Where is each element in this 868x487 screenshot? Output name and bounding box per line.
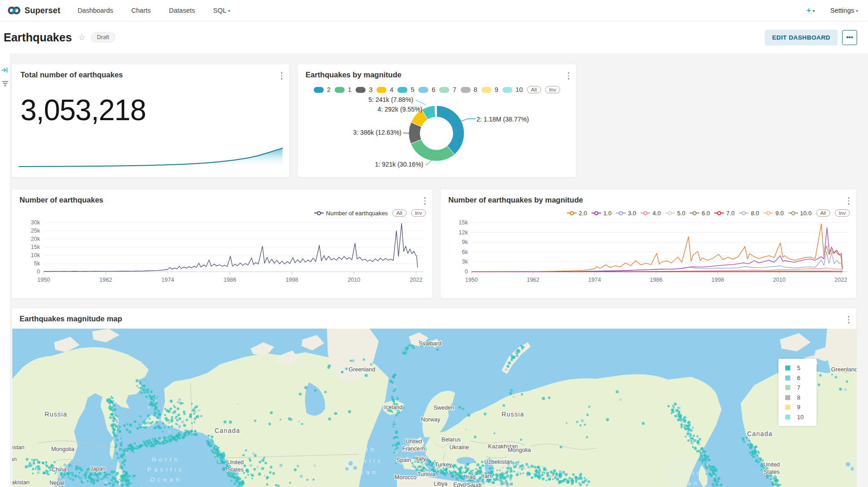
- map-label-nepal: Nepal: [50, 480, 65, 486]
- nav-menu: DashboardsChartsDatasetsSQL▾: [78, 7, 231, 14]
- map-label-canada: Canada: [215, 427, 240, 434]
- map-legend: 5678910: [778, 359, 817, 426]
- filter-bar-collapsed: [0, 53, 10, 487]
- donut-label-magnitude-1: 1: 921k (30.16%): [375, 161, 423, 168]
- map-legend-label: 5: [797, 365, 800, 371]
- line-chart[interactable]: 03k6k9k12k15k195019621974198619982010202…: [446, 213, 853, 290]
- map-label-mongolia: Mongolia: [508, 447, 531, 453]
- map-label-sweden: Sweden: [433, 405, 454, 411]
- map-label-greenland: Greenland: [349, 366, 375, 373]
- svg-text:1974: 1974: [588, 277, 601, 283]
- svg-text:2010: 2010: [773, 277, 786, 283]
- chevron-down-icon: ▾: [813, 9, 815, 13]
- svg-text:12k: 12k: [459, 229, 468, 236]
- map-label-iceland: Iceland: [384, 404, 402, 411]
- map-label-morocco: Morocco: [395, 474, 416, 481]
- dashboard-header: Earthquakes ☆ Draft EDIT DASHBOARD •••: [0, 21, 868, 53]
- settings-menu[interactable]: Settings▾: [830, 7, 858, 14]
- donut-chart[interactable]: [298, 64, 577, 178]
- chart-title: Number of earthquakes by magnitude: [448, 196, 583, 204]
- svg-text:10k: 10k: [31, 252, 40, 259]
- map-label-mongolia: Mongolia: [51, 446, 75, 452]
- map-label-spain: Spain: [396, 457, 411, 463]
- map-label-japan: Japan: [90, 466, 105, 472]
- map-label-kazakhstan: Kazakhstan: [12, 444, 25, 451]
- svg-text:9k: 9k: [462, 239, 468, 245]
- map-label-ukraine: Ukraine: [449, 444, 469, 451]
- map-legend-item-10: 10: [785, 412, 817, 422]
- svg-text:1962: 1962: [100, 277, 112, 283]
- expand-filter-bar-icon[interactable]: [1, 67, 9, 73]
- svg-text:2010: 2010: [348, 277, 361, 283]
- world-map[interactable]: RussiaRussiaMongoliaChinaJapanNepalPakis…: [12, 329, 857, 487]
- big-number-value: 3,053,218: [20, 93, 146, 127]
- map-legend-swatch: [785, 415, 790, 420]
- add-new-button[interactable]: +▾: [807, 6, 815, 15]
- svg-text:0: 0: [465, 269, 468, 275]
- trendline-sparkline: [19, 145, 283, 170]
- map-label-france: France: [402, 446, 420, 452]
- map-label-russia: Russia: [45, 411, 67, 418]
- nav-item-sql[interactable]: SQL▾: [213, 7, 231, 14]
- svg-text:2022: 2022: [834, 277, 847, 283]
- favorite-star-icon[interactable]: ☆: [78, 32, 85, 42]
- map-label-russia: Russia: [502, 411, 524, 418]
- chart-title: Earthquakes magnitude map: [20, 315, 122, 323]
- map-legend-label: 8: [797, 394, 800, 401]
- svg-text:30k: 30k: [31, 219, 40, 226]
- svg-text:1974: 1974: [161, 277, 174, 283]
- svg-text:1998: 1998: [286, 277, 298, 283]
- svg-text:0: 0: [37, 269, 40, 275]
- nav-item-datasets[interactable]: Datasets: [169, 7, 195, 14]
- more-actions-button[interactable]: •••: [842, 30, 857, 45]
- world-map-canvas[interactable]: RussiaRussiaMongoliaChinaJapanNepalPakis…: [12, 329, 857, 487]
- svg-text:3k: 3k: [462, 259, 468, 265]
- edit-dashboard-button[interactable]: EDIT DASHBOARD: [765, 30, 838, 46]
- line-chart[interactable]: 05k10k15k20k25k30k1950196219741986199820…: [17, 213, 429, 290]
- map-legend-item-7: 7: [785, 383, 817, 393]
- svg-text:20k: 20k: [31, 236, 40, 242]
- chart-options-kebab-menu[interactable]: [847, 196, 851, 206]
- map-label-iran: Iran: [481, 473, 491, 479]
- map-label-svalbard: Svalbard: [419, 340, 441, 347]
- chart-options-kebab-menu[interactable]: [847, 315, 851, 325]
- map-label-pakistan: Pakistan: [12, 479, 30, 486]
- nav-item-dashboards[interactable]: Dashboards: [78, 7, 113, 14]
- svg-text:1998: 1998: [712, 277, 724, 283]
- filter-icon[interactable]: [2, 81, 9, 86]
- map-ocean-label: NorthPacificOcean: [665, 460, 702, 487]
- chevron-down-icon: ▾: [856, 9, 858, 13]
- map-ocean-label: NorthPacificOcean: [147, 456, 185, 483]
- map-label-saudi: Saudi: [467, 482, 482, 487]
- map-legend-label: 7: [797, 384, 800, 391]
- chart-options-kebab-menu[interactable]: [423, 196, 427, 206]
- map-legend-swatch: [785, 365, 790, 370]
- line-series-2.0: [472, 224, 843, 272]
- map-label-uzbekistan: Uzbekistan: [484, 459, 512, 465]
- map-legend-swatch: [785, 405, 790, 410]
- donut-label-magnitude-2: 2: 1.18M (38.77%): [477, 116, 529, 123]
- svg-text:1986: 1986: [650, 277, 662, 283]
- svg-text:25k: 25k: [31, 228, 40, 234]
- svg-text:1986: 1986: [224, 277, 236, 283]
- chart-card-total-earthquakes: Total number of earthquakes 3,053,218: [11, 64, 290, 178]
- brand-name: Superset: [25, 6, 60, 15]
- donut-slice-magnitude-1[interactable]: [411, 139, 454, 161]
- svg-text:1950: 1950: [465, 277, 478, 283]
- map-label-tunisia: Tunisia: [417, 471, 436, 477]
- map-label-iraq: Iraq: [466, 474, 476, 480]
- nav-item-charts[interactable]: Charts: [131, 7, 151, 14]
- svg-text:15k: 15k: [459, 219, 468, 226]
- svg-text:2022: 2022: [410, 277, 422, 283]
- map-legend-label: 6: [797, 375, 800, 381]
- map-legend-label: 9: [797, 404, 800, 411]
- map-legend-item-8: 8: [785, 393, 817, 403]
- map-legend-swatch: [785, 395, 790, 400]
- chart-options-kebab-menu[interactable]: [280, 71, 284, 81]
- map-legend-item-6: 6: [785, 373, 817, 383]
- svg-text:15k: 15k: [31, 244, 40, 250]
- superset-logo[interactable]: Superset: [0, 4, 67, 17]
- svg-text:1962: 1962: [527, 277, 539, 283]
- donut-slice-magnitude-2[interactable]: [437, 106, 464, 154]
- top-navbar: Superset DashboardsChartsDatasetsSQL▾ +▾…: [0, 0, 868, 21]
